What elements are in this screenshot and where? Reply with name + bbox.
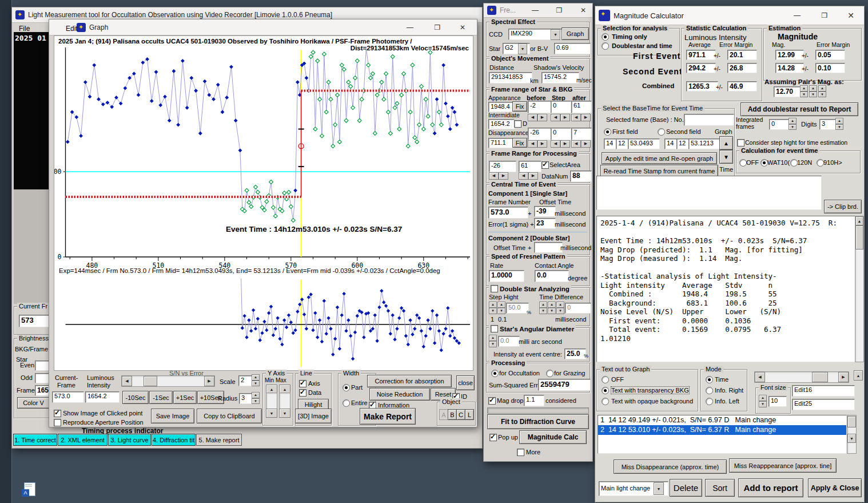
int-up[interactable]: ▲	[789, 118, 797, 124]
td2-dn[interactable]: ▼	[548, 308, 556, 314]
graph-close-button[interactable]: ✕	[453, 19, 472, 35]
integrated-spinner[interactable]: ▲▼	[789, 118, 797, 130]
assuming-spin1[interactable]: ▲▼	[800, 85, 808, 97]
ymax-track[interactable]	[279, 393, 290, 410]
reproduce-checkbox[interactable]	[54, 419, 61, 426]
mag-drop-field[interactable]: 1.1	[524, 395, 544, 406]
font-hscrollbar[interactable]: ◀ ▶	[754, 371, 849, 383]
clip-board-button[interactable]: -> Clip brd.	[824, 200, 862, 213]
ymin-down-button[interactable]: ▼	[266, 409, 277, 418]
3d-image-button[interactable]: [3D] Image	[295, 409, 332, 423]
report-scroll-thumb[interactable]	[855, 225, 863, 249]
est-first-mag-field[interactable]: 12.99	[775, 50, 804, 60]
velocity-field[interactable]: 15745.2	[541, 72, 579, 84]
combined-err-field[interactable]: 46.9	[727, 81, 757, 92]
occultation-radio[interactable]	[491, 370, 499, 377]
make-report-button[interactable]: Make Report	[360, 408, 416, 425]
edit25-field[interactable]: Edit25	[792, 399, 855, 410]
datanum-field[interactable]: 88	[570, 171, 592, 182]
before-field[interactable]: -2	[528, 101, 552, 113]
assuming-spin3[interactable]: ▲▼	[818, 85, 826, 97]
ccd-dropdown-arrow[interactable]: ▼	[551, 29, 560, 40]
noise-reduction-button[interactable]: Noise Reduction	[369, 388, 430, 401]
time1-sec-field[interactable]: 53.0493	[628, 138, 660, 149]
fs-up[interactable]: ▲	[759, 395, 767, 401]
sort-button[interactable]: Sort	[705, 479, 735, 497]
combined-avg-field[interactable]: 1265.3	[686, 81, 718, 92]
fre-maximize-button[interactable]: ❒	[551, 3, 567, 17]
offset2-field[interactable]	[534, 242, 563, 253]
font-hscroll-left[interactable]: ◀	[755, 372, 765, 382]
selected-frame-field[interactable]	[684, 114, 734, 126]
graph-up-button[interactable]: ▲	[719, 136, 733, 150]
data-checkbox[interactable]	[299, 389, 306, 397]
menu-file[interactable]: File	[19, 25, 30, 33]
correction-absorption-button[interactable]: Correction for absorption	[367, 375, 452, 387]
popup-checkbox[interactable]	[489, 434, 497, 441]
angular-checkbox[interactable]	[491, 325, 498, 332]
sh2-dn[interactable]: ▼	[497, 308, 505, 314]
step2-spin-right[interactable]: ▶	[560, 140, 570, 148]
before2-spinner[interactable]: ◀▶	[528, 140, 547, 148]
fre-close-button[interactable]: ✕	[575, 3, 591, 17]
appearance-field[interactable]: 1948.4	[488, 102, 515, 112]
intensity-centre-field[interactable]: 25.0	[564, 348, 586, 359]
more-checkbox[interactable]	[517, 449, 524, 456]
after-spin-right[interactable]: ▶	[581, 114, 591, 121]
axis-checkbox[interactable]	[299, 380, 306, 387]
timing-only-radio[interactable]	[602, 33, 609, 41]
second-field-radio[interactable]	[658, 128, 665, 136]
plus-1sec-button[interactable]: +1Sec	[173, 391, 197, 404]
event-list-scroll-down[interactable]: ▼	[847, 434, 856, 443]
save-image-button[interactable]: Save Image	[151, 409, 194, 423]
as3-up[interactable]: ▲	[818, 85, 826, 92]
ymax-down-button[interactable]: ▼	[279, 409, 290, 418]
offset-time-field[interactable]: -39	[534, 206, 556, 217]
video-frame-pane[interactable]: 2025 01	[14, 32, 49, 189]
apply-close-button[interactable]: Apply & Close	[808, 478, 862, 497]
after-spinner[interactable]: ◀▶	[571, 114, 591, 121]
timing-step-1-button[interactable]: 1. Time correct	[13, 434, 57, 446]
sse-field[interactable]: 2559479	[538, 379, 591, 391]
timing-step-2-button[interactable]: 2. XML element	[58, 434, 107, 446]
radius-spinner[interactable]: ▲▼	[252, 392, 260, 404]
as1-dn[interactable]: ▼	[800, 92, 808, 98]
minus-1sec-button[interactable]: -1Sec	[149, 391, 173, 404]
desktop-document-icon[interactable]: A	[22, 482, 37, 500]
minus-10sec-button[interactable]: -10Sec	[122, 391, 149, 404]
time-diff-field[interactable]: 0	[565, 303, 591, 314]
close-graph-button[interactable]: close	[456, 375, 475, 390]
est-second-err-field[interactable]: 0.10	[815, 63, 845, 73]
event-list-item-2[interactable]: 2 14 12 53.010 +/- 0.023s, S/N= 6.37 R M…	[598, 425, 846, 435]
mode-info-left-radio[interactable]	[706, 398, 713, 405]
after2-field[interactable]: 7	[571, 128, 592, 140]
time-diff-spin2[interactable]: ▲▼	[548, 302, 556, 314]
as2-dn[interactable]: ▼	[809, 92, 817, 98]
first-field-radio[interactable]	[604, 128, 611, 136]
step-spin-right[interactable]: ▶	[560, 114, 570, 121]
before2-spin-right[interactable]: ▶	[537, 140, 547, 148]
before-spinner[interactable]: ◀▶	[528, 114, 547, 121]
td3-dn[interactable]: ▼	[556, 308, 564, 314]
fit-diffraction-button[interactable]: Fit to Diffraction Curve	[487, 414, 589, 429]
disappearance-fix-button[interactable]: Fix	[512, 138, 527, 148]
ymin-track[interactable]	[266, 393, 277, 410]
object-a-button[interactable]: A	[439, 409, 448, 420]
frame-scrollbar-left-arrow[interactable]: ◀	[122, 376, 132, 386]
step-spinner[interactable]: ◀▶	[551, 114, 570, 121]
before2-spin-left[interactable]: ◀	[528, 140, 537, 148]
proc-to-left[interactable]: ◀	[519, 172, 528, 180]
as1-up[interactable]: ▲	[800, 85, 808, 92]
appearance-fix-button[interactable]: Fix	[512, 101, 527, 112]
event-list-scroll-thumb[interactable]	[847, 416, 856, 427]
rate-field[interactable]: 1.0000	[489, 270, 524, 282]
step2-spin-left[interactable]: ◀	[551, 140, 560, 148]
frame-number-field[interactable]: 573.0	[488, 207, 528, 219]
after2-spin-right[interactable]: ▶	[581, 140, 591, 148]
before-spin-right[interactable]: ▶	[537, 114, 547, 121]
scale-spin-down[interactable]: ▼	[252, 381, 260, 387]
consider-step-checkbox[interactable]	[737, 139, 744, 146]
intermidiate-field[interactable]: 1654.2	[488, 119, 515, 129]
light-change-dropdown-arrow[interactable]: ▼	[654, 482, 664, 495]
error-sigma-field[interactable]: 23	[534, 218, 556, 229]
